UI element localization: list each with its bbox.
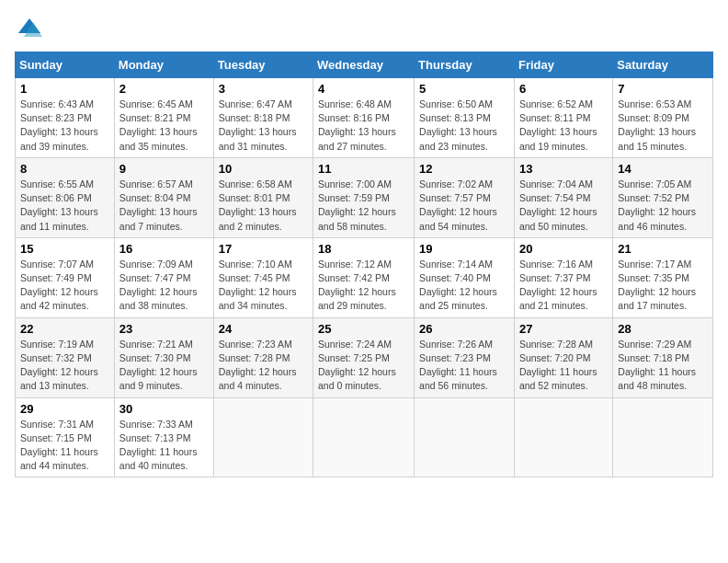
day-info: Sunrise: 6:45 AMSunset: 8:21 PMDaylight:… <box>119 98 209 154</box>
calendar-cell <box>613 397 713 477</box>
calendar-cell: 13Sunrise: 7:04 AMSunset: 7:54 PMDayligh… <box>514 157 612 237</box>
logo-icon <box>15 15 44 44</box>
day-number: 25 <box>318 322 409 336</box>
day-number: 17 <box>219 242 308 256</box>
calendar-cell: 2Sunrise: 6:45 AMSunset: 8:21 PMDaylight… <box>114 78 213 158</box>
day-info: Sunrise: 7:16 AMSunset: 7:37 PMDaylight:… <box>519 258 608 314</box>
day-number: 19 <box>419 242 509 256</box>
day-info: Sunrise: 7:00 AMSunset: 7:59 PMDaylight:… <box>318 178 409 234</box>
weekday-header-sunday: Sunday <box>16 52 115 78</box>
day-number: 6 <box>519 82 608 96</box>
day-info: Sunrise: 6:43 AMSunset: 8:23 PMDaylight:… <box>20 98 109 154</box>
day-info: Sunrise: 6:58 AMSunset: 8:01 PMDaylight:… <box>219 178 308 234</box>
day-number: 15 <box>20 242 109 256</box>
day-number: 24 <box>219 322 308 336</box>
day-number: 11 <box>318 162 409 176</box>
day-info: Sunrise: 6:47 AMSunset: 8:18 PMDaylight:… <box>219 98 308 154</box>
weekday-header-wednesday: Wednesday <box>313 52 415 78</box>
day-info: Sunrise: 7:19 AMSunset: 7:32 PMDaylight:… <box>20 338 109 394</box>
day-number: 22 <box>20 322 109 336</box>
day-number: 10 <box>219 162 308 176</box>
day-info: Sunrise: 7:31 AMSunset: 7:15 PMDaylight:… <box>20 418 109 474</box>
calendar-cell <box>514 397 612 477</box>
calendar-cell: 15Sunrise: 7:07 AMSunset: 7:49 PMDayligh… <box>16 237 115 317</box>
calendar-week-row: 29Sunrise: 7:31 AMSunset: 7:15 PMDayligh… <box>16 397 713 477</box>
day-number: 9 <box>119 162 209 176</box>
weekday-header-row: SundayMondayTuesdayWednesdayThursdayFrid… <box>16 52 713 78</box>
day-number: 18 <box>318 242 409 256</box>
calendar-cell: 18Sunrise: 7:12 AMSunset: 7:42 PMDayligh… <box>313 237 415 317</box>
day-info: Sunrise: 7:28 AMSunset: 7:20 PMDaylight:… <box>519 338 608 394</box>
calendar-cell: 20Sunrise: 7:16 AMSunset: 7:37 PMDayligh… <box>514 237 612 317</box>
day-info: Sunrise: 7:33 AMSunset: 7:13 PMDaylight:… <box>119 418 209 474</box>
calendar-cell: 7Sunrise: 6:53 AMSunset: 8:09 PMDaylight… <box>613 78 713 158</box>
calendar-table: SundayMondayTuesdayWednesdayThursdayFrid… <box>15 52 713 477</box>
day-info: Sunrise: 7:05 AMSunset: 7:52 PMDaylight:… <box>618 178 708 234</box>
calendar-cell: 25Sunrise: 7:24 AMSunset: 7:25 PMDayligh… <box>313 317 415 397</box>
calendar-cell: 4Sunrise: 6:48 AMSunset: 8:16 PMDaylight… <box>313 78 415 158</box>
day-number: 12 <box>419 162 509 176</box>
calendar-week-row: 1Sunrise: 6:43 AMSunset: 8:23 PMDaylight… <box>16 78 713 158</box>
calendar-cell: 26Sunrise: 7:26 AMSunset: 7:23 PMDayligh… <box>415 317 515 397</box>
day-info: Sunrise: 7:21 AMSunset: 7:30 PMDaylight:… <box>119 338 209 394</box>
calendar-cell: 5Sunrise: 6:50 AMSunset: 8:13 PMDaylight… <box>415 78 515 158</box>
day-number: 1 <box>20 82 109 96</box>
calendar-week-row: 8Sunrise: 6:55 AMSunset: 8:06 PMDaylight… <box>16 157 713 237</box>
calendar-cell: 11Sunrise: 7:00 AMSunset: 7:59 PMDayligh… <box>313 157 415 237</box>
day-number: 23 <box>119 322 209 336</box>
weekday-header-tuesday: Tuesday <box>213 52 313 78</box>
calendar-cell: 28Sunrise: 7:29 AMSunset: 7:18 PMDayligh… <box>613 317 713 397</box>
day-info: Sunrise: 6:48 AMSunset: 8:16 PMDaylight:… <box>318 98 409 154</box>
day-number: 3 <box>219 82 308 96</box>
day-number: 30 <box>119 402 209 416</box>
day-number: 27 <box>519 322 608 336</box>
day-info: Sunrise: 7:02 AMSunset: 7:57 PMDaylight:… <box>419 178 509 234</box>
calendar-cell <box>213 397 313 477</box>
calendar-cell: 12Sunrise: 7:02 AMSunset: 7:57 PMDayligh… <box>415 157 515 237</box>
weekday-header-saturday: Saturday <box>613 52 713 78</box>
day-info: Sunrise: 6:52 AMSunset: 8:11 PMDaylight:… <box>519 98 608 154</box>
calendar-cell: 14Sunrise: 7:05 AMSunset: 7:52 PMDayligh… <box>613 157 713 237</box>
weekday-header-monday: Monday <box>114 52 213 78</box>
day-info: Sunrise: 6:55 AMSunset: 8:06 PMDaylight:… <box>20 178 109 234</box>
day-info: Sunrise: 7:23 AMSunset: 7:28 PMDaylight:… <box>219 338 308 394</box>
day-info: Sunrise: 6:50 AMSunset: 8:13 PMDaylight:… <box>419 98 509 154</box>
calendar-week-row: 15Sunrise: 7:07 AMSunset: 7:49 PMDayligh… <box>16 237 713 317</box>
day-info: Sunrise: 7:12 AMSunset: 7:42 PMDaylight:… <box>318 258 409 314</box>
day-number: 2 <box>119 82 209 96</box>
calendar-cell: 9Sunrise: 6:57 AMSunset: 8:04 PMDaylight… <box>114 157 213 237</box>
calendar-cell: 17Sunrise: 7:10 AMSunset: 7:45 PMDayligh… <box>213 237 313 317</box>
day-number: 5 <box>419 82 509 96</box>
day-info: Sunrise: 7:26 AMSunset: 7:23 PMDaylight:… <box>419 338 509 394</box>
day-info: Sunrise: 7:09 AMSunset: 7:47 PMDaylight:… <box>119 258 209 314</box>
day-info: Sunrise: 6:53 AMSunset: 8:09 PMDaylight:… <box>618 98 708 154</box>
logo <box>15 15 48 44</box>
calendar-cell: 21Sunrise: 7:17 AMSunset: 7:35 PMDayligh… <box>613 237 713 317</box>
calendar-cell <box>313 397 415 477</box>
calendar-week-row: 22Sunrise: 7:19 AMSunset: 7:32 PMDayligh… <box>16 317 713 397</box>
day-info: Sunrise: 7:14 AMSunset: 7:40 PMDaylight:… <box>419 258 509 314</box>
weekday-header-thursday: Thursday <box>415 52 515 78</box>
calendar-cell: 19Sunrise: 7:14 AMSunset: 7:40 PMDayligh… <box>415 237 515 317</box>
day-info: Sunrise: 7:07 AMSunset: 7:49 PMDaylight:… <box>20 258 109 314</box>
calendar-cell: 10Sunrise: 6:58 AMSunset: 8:01 PMDayligh… <box>213 157 313 237</box>
calendar-cell: 6Sunrise: 6:52 AMSunset: 8:11 PMDaylight… <box>514 78 612 158</box>
day-number: 28 <box>618 322 708 336</box>
calendar-cell: 27Sunrise: 7:28 AMSunset: 7:20 PMDayligh… <box>514 317 612 397</box>
calendar-cell: 8Sunrise: 6:55 AMSunset: 8:06 PMDaylight… <box>16 157 115 237</box>
day-number: 29 <box>20 402 109 416</box>
calendar-cell: 3Sunrise: 6:47 AMSunset: 8:18 PMDaylight… <box>213 78 313 158</box>
calendar-cell: 24Sunrise: 7:23 AMSunset: 7:28 PMDayligh… <box>213 317 313 397</box>
day-number: 14 <box>618 162 708 176</box>
day-number: 4 <box>318 82 409 96</box>
day-number: 21 <box>618 242 708 256</box>
day-info: Sunrise: 6:57 AMSunset: 8:04 PMDaylight:… <box>119 178 209 234</box>
day-number: 8 <box>20 162 109 176</box>
day-info: Sunrise: 7:17 AMSunset: 7:35 PMDaylight:… <box>618 258 708 314</box>
weekday-header-friday: Friday <box>514 52 612 78</box>
day-number: 7 <box>618 82 708 96</box>
calendar-cell: 16Sunrise: 7:09 AMSunset: 7:47 PMDayligh… <box>114 237 213 317</box>
day-number: 13 <box>519 162 608 176</box>
day-number: 26 <box>419 322 509 336</box>
calendar-cell: 22Sunrise: 7:19 AMSunset: 7:32 PMDayligh… <box>16 317 115 397</box>
